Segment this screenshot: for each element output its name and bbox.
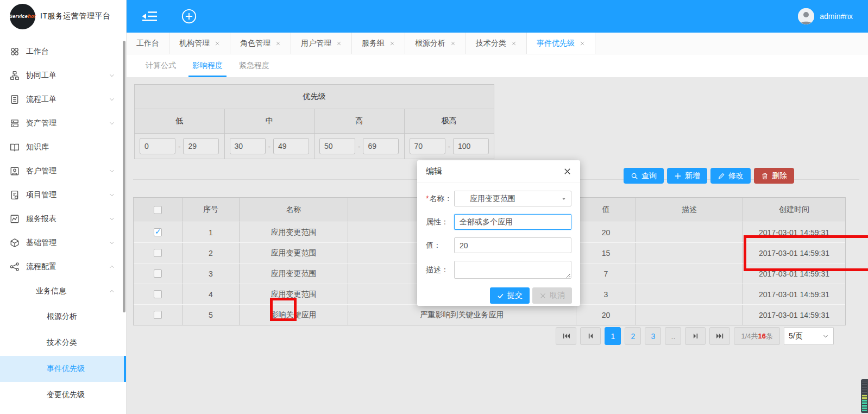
range-max-input[interactable]: 49 [273, 138, 309, 154]
sidebar-item[interactable]: 知识库 [0, 135, 126, 159]
tab-label: 服务组 [362, 39, 385, 48]
row-checkbox[interactable] [154, 228, 162, 236]
subtab-label: 紧急程度 [239, 61, 269, 71]
sidebar-item[interactable]: 项目管理 [0, 183, 126, 207]
tab-close-icon[interactable] [215, 41, 220, 46]
toolbar-button[interactable]: 查询 [624, 168, 664, 184]
priority-input-row: 0 - 29 30 - 49 50 - 69 70 [135, 134, 494, 159]
sidebar-item[interactable]: 技术分类 [0, 330, 126, 356]
page-first-button[interactable] [556, 327, 576, 345]
submit-button[interactable]: 提交 [490, 287, 530, 304]
tab[interactable]: 工作台 [127, 33, 169, 54]
tab[interactable]: 角色管理 [230, 33, 291, 54]
range-max-input[interactable]: 69 [363, 138, 399, 154]
cell-created: 2017-03-01 14:59:31 [743, 243, 845, 263]
row-checkbox[interactable] [154, 249, 162, 257]
subtab[interactable]: 影响程度 [184, 54, 231, 77]
cell-value: 20 [576, 305, 636, 325]
table-row[interactable]: 5 影响关键应用 严重影响到关键业务应用 20 2017-03-01 14:59… [134, 304, 845, 325]
tab[interactable]: 机构管理 [169, 33, 230, 54]
value-input[interactable] [454, 237, 571, 253]
user-avatar[interactable] [798, 8, 814, 24]
toolbar-button-label: 删除 [772, 171, 787, 181]
tab[interactable]: 服务组 [352, 33, 405, 54]
sidebar-item[interactable]: 流程配置 [0, 255, 126, 279]
page-next-button[interactable] [685, 327, 706, 345]
sidebar-item[interactable]: 协同工单 [0, 64, 126, 87]
sidebar-item[interactable]: 流程工单 [0, 87, 126, 111]
collapse-sidebar-icon[interactable] [141, 9, 158, 24]
sidebar-item[interactable]: 业务信息 [0, 279, 126, 304]
sidebar-item-label: 流程工单 [26, 95, 56, 104]
username[interactable]: admin#nx [820, 12, 853, 21]
subtab[interactable]: 计算公式 [137, 54, 184, 77]
sidebar-item-label: 流程配置 [26, 262, 56, 272]
sidebar-item-label: 客户管理 [26, 166, 56, 176]
chevron-down-icon [109, 72, 115, 79]
check-icon [497, 292, 504, 299]
toolbar-button[interactable]: 删除 [754, 168, 794, 184]
toolbar-button[interactable]: 新增 [667, 168, 707, 184]
tab[interactable]: 根源分析 [405, 33, 466, 54]
range-separator: - [448, 142, 450, 150]
subtab[interactable]: 紧急程度 [231, 54, 278, 77]
tab-close-icon[interactable] [511, 41, 517, 46]
tab-label: 技术分类 [476, 39, 506, 48]
sidebar-item-label: 业务信息 [36, 286, 66, 296]
priority-range-cell: 0 - 29 [135, 134, 225, 159]
tab[interactable]: 技术分类 [466, 33, 527, 54]
chevron-up-icon [109, 288, 115, 294]
sidebar-item[interactable]: 根源分析 [0, 304, 126, 330]
toolbar-button[interactable]: 修改 [710, 168, 751, 184]
page-size-select[interactable]: 5/页 [784, 327, 834, 345]
cancel-button[interactable]: 取消 [532, 287, 572, 304]
sidebar-item[interactable]: 工作台 [0, 40, 126, 64]
chevron-down-icon [109, 192, 115, 198]
attr-input[interactable] [454, 214, 571, 230]
tab[interactable]: 用户管理 [291, 33, 352, 54]
tab-close-icon[interactable] [450, 41, 456, 46]
sidebar-item[interactable]: 事件优先级 [0, 356, 126, 382]
range-min-input[interactable]: 50 [319, 138, 355, 154]
sidebar-scrollbar[interactable] [123, 41, 125, 312]
report-icon [10, 214, 20, 224]
toolbar-button-label: 修改 [728, 171, 744, 181]
range-min-input[interactable]: 70 [410, 138, 445, 154]
tab-close-icon[interactable] [580, 41, 585, 46]
tab-close-icon[interactable] [275, 41, 281, 46]
page-number-button[interactable]: 1 [605, 327, 621, 345]
sidebar-item[interactable]: 基础管理 [0, 231, 126, 255]
sidebar-item[interactable]: 客户管理 [0, 159, 126, 183]
tab[interactable]: 事件优先级 [527, 33, 595, 54]
corner-widget[interactable] [861, 379, 868, 413]
page-number-button[interactable]: .. [665, 327, 681, 345]
page-prev-button[interactable] [580, 327, 601, 345]
range-min-input[interactable]: 30 [230, 138, 266, 154]
sidebar-item[interactable]: 资产管理 [0, 111, 126, 135]
tab-close-icon[interactable] [389, 41, 395, 46]
sidebar-item[interactable]: 变更优先级 [0, 382, 126, 408]
tab-label: 工作台 [136, 39, 159, 48]
row-checkbox[interactable] [154, 269, 162, 278]
brand-area: Servicehot IT服务运营管理平台 [0, 0, 126, 33]
page-number-button[interactable]: 2 [625, 327, 641, 345]
row-checkbox[interactable] [154, 290, 162, 298]
dialog-title: 编辑 [426, 166, 442, 177]
tab-close-icon[interactable] [336, 41, 342, 46]
name-select[interactable]: 应用变更范围 [454, 191, 571, 206]
priority-level-header: 高 [315, 109, 405, 134]
row-checkbox[interactable] [154, 311, 162, 319]
range-max-input[interactable]: 100 [453, 138, 489, 154]
range-min-input[interactable]: 0 [140, 138, 175, 154]
page-number-button[interactable]: 3 [645, 327, 661, 345]
sidebar-item[interactable]: 服务报表 [0, 207, 126, 231]
range-max-input[interactable]: 29 [183, 138, 219, 154]
select-all-checkbox[interactable] [154, 206, 162, 214]
trash-icon [761, 172, 769, 180]
server-icon [10, 118, 20, 128]
add-new-icon[interactable] [181, 8, 197, 24]
page-last-button[interactable] [709, 327, 730, 345]
dialog-close-icon[interactable] [563, 167, 571, 175]
cell-name: 应用变更范围 [240, 222, 348, 242]
desc-textarea[interactable] [454, 261, 571, 279]
